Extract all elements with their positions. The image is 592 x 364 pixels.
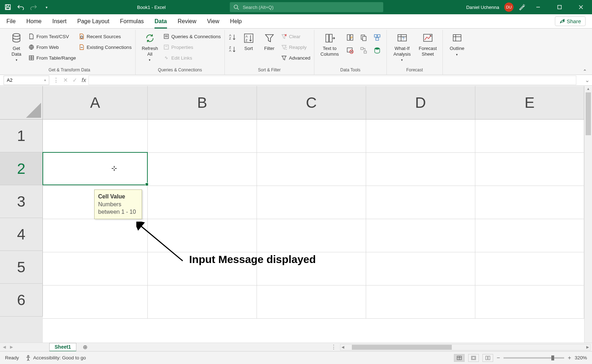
group-queries-connections: Refresh All ▾ Queries & Connections Prop…: [136, 30, 225, 75]
normal-view-button[interactable]: [454, 354, 465, 362]
recent-sources-button[interactable]: Recent Sources: [79, 32, 132, 41]
tooltip-line1: Numbers: [98, 201, 138, 208]
qat-customize-icon[interactable]: ▾: [41, 2, 51, 12]
consolidate-button[interactable]: [374, 34, 381, 41]
collapse-ribbon-icon[interactable]: ⌃: [583, 69, 587, 74]
tab-formulas[interactable]: Formulas: [120, 14, 144, 29]
data-model-button[interactable]: [374, 47, 381, 54]
row-header-2[interactable]: 2: [0, 152, 43, 185]
tab-help[interactable]: Help: [230, 14, 242, 29]
undo-icon[interactable]: [16, 2, 26, 12]
refresh-all-button[interactable]: Refresh All ▾: [139, 32, 161, 62]
sort-asc-button[interactable]: AZ: [228, 34, 237, 41]
user-name[interactable]: Daniel Uchenna: [466, 5, 499, 10]
text-to-columns-button[interactable]: Text to Columns: [318, 32, 341, 57]
svg-point-9: [13, 34, 20, 36]
formula-input[interactable]: [88, 76, 576, 85]
get-data-button[interactable]: Get Data ▾: [7, 32, 26, 62]
share-button[interactable]: Share: [555, 16, 586, 26]
name-box[interactable]: A2 ▾: [4, 76, 49, 85]
grid-view-icon: [457, 356, 462, 360]
page-layout-view-button[interactable]: [468, 354, 479, 362]
svg-rect-6: [558, 5, 561, 9]
search-box[interactable]: Search (Alt+Q): [230, 2, 383, 12]
status-ready: Ready: [5, 355, 19, 360]
zoom-level[interactable]: 320%: [575, 355, 587, 360]
zoom-thumb[interactable]: [551, 355, 554, 360]
sort-desc-button[interactable]: ZA: [228, 46, 237, 53]
horizontal-scrollbar[interactable]: ◀ ▶: [340, 344, 591, 350]
row-header-1[interactable]: 1: [0, 120, 43, 152]
queries-connections-button[interactable]: Queries & Connections: [163, 32, 221, 41]
add-sheet-button[interactable]: ⊕: [81, 344, 90, 350]
svg-rect-42: [361, 47, 363, 50]
user-avatar[interactable]: DU: [504, 2, 513, 12]
cancel-formula-button[interactable]: ✕: [61, 76, 70, 85]
enter-formula-button[interactable]: ✓: [70, 76, 79, 85]
cell-area[interactable]: Cell Value Numbers between 1 - 10 Input …: [43, 120, 584, 343]
flash-fill-button[interactable]: [346, 34, 354, 41]
tab-data[interactable]: Data: [155, 14, 167, 29]
svg-rect-19: [164, 45, 168, 49]
filter-button[interactable]: Filter: [260, 32, 278, 51]
existing-connections-button[interactable]: Existing Connections: [79, 43, 132, 51]
outline-button[interactable]: Outline ▾: [446, 32, 468, 56]
col-header-e[interactable]: E: [475, 86, 584, 120]
ribbon-tabs: File Home Insert Page Layout Formulas Da…: [0, 14, 592, 29]
page-break-view-button[interactable]: [482, 354, 493, 362]
row-header-3[interactable]: 3: [0, 185, 43, 218]
remove-duplicates-button[interactable]: [360, 34, 367, 41]
forecast-sheet-button[interactable]: Forecast Sheet: [417, 32, 439, 57]
close-button[interactable]: [573, 0, 589, 14]
scrollbar-thumb[interactable]: [352, 345, 452, 350]
fx-button[interactable]: fx: [79, 76, 88, 85]
save-icon[interactable]: [3, 2, 13, 12]
zoom-out-button[interactable]: −: [497, 355, 500, 361]
col-header-a[interactable]: A: [43, 86, 148, 120]
tab-file[interactable]: File: [6, 14, 16, 29]
from-table-range-button[interactable]: From Table/Range: [29, 54, 76, 62]
row-header-6[interactable]: 6: [0, 284, 43, 317]
tab-review[interactable]: Review: [178, 14, 196, 29]
from-text-csv-button[interactable]: From Text/CSV: [29, 32, 76, 41]
tab-nav-next[interactable]: ▶: [10, 345, 17, 349]
consolidate-icon: [374, 34, 381, 41]
svg-rect-61: [488, 356, 490, 360]
select-all-corner[interactable]: [0, 86, 43, 120]
what-if-button[interactable]: ? What-If Analysis ▾: [390, 32, 414, 62]
maximize-button[interactable]: [551, 0, 568, 14]
expand-formula-bar-icon[interactable]: ⌄: [585, 77, 592, 84]
scrollbar-thumb[interactable]: [586, 92, 591, 135]
tab-page-layout[interactable]: Page Layout: [77, 14, 109, 29]
accessibility-status[interactable]: Accessibility: Good to go: [25, 355, 86, 361]
quick-access-toolbar: ▾: [3, 2, 51, 12]
col-header-b[interactable]: B: [148, 86, 257, 120]
row-header-5[interactable]: 5: [0, 251, 43, 284]
row-headers: 1 2 3 4 5 6: [0, 120, 43, 343]
tab-home[interactable]: Home: [26, 14, 42, 29]
zoom-in-button[interactable]: +: [568, 355, 571, 361]
advanced-filter-button[interactable]: Advanced: [281, 54, 310, 62]
sheet-tab-1[interactable]: Sheet1: [49, 343, 76, 352]
relationships-button[interactable]: [360, 47, 367, 54]
minimize-button[interactable]: [530, 0, 546, 14]
group-label: Get & Transform Data: [49, 66, 90, 75]
tab-view[interactable]: View: [207, 14, 219, 29]
link-icon: [163, 55, 169, 61]
tab-insert[interactable]: Insert: [52, 14, 66, 29]
svg-text:Z: Z: [229, 37, 231, 40]
zoom-slider[interactable]: [504, 357, 564, 359]
relationships-icon: [360, 47, 367, 54]
from-web-button[interactable]: From Web: [29, 43, 76, 51]
selected-cell-a2[interactable]: [42, 152, 148, 185]
row-header-4[interactable]: 4: [0, 218, 43, 251]
search-icon: [233, 4, 239, 10]
sort-button[interactable]: AZ Sort: [240, 32, 258, 51]
tab-nav-prev[interactable]: ◀: [3, 345, 10, 349]
vertical-scrollbar[interactable]: ▲: [584, 86, 592, 343]
col-header-c[interactable]: C: [257, 86, 366, 120]
svg-point-54: [27, 355, 29, 357]
col-header-d[interactable]: D: [366, 86, 475, 120]
data-validation-button[interactable]: [346, 47, 354, 54]
coming-soon-icon[interactable]: [518, 4, 525, 10]
